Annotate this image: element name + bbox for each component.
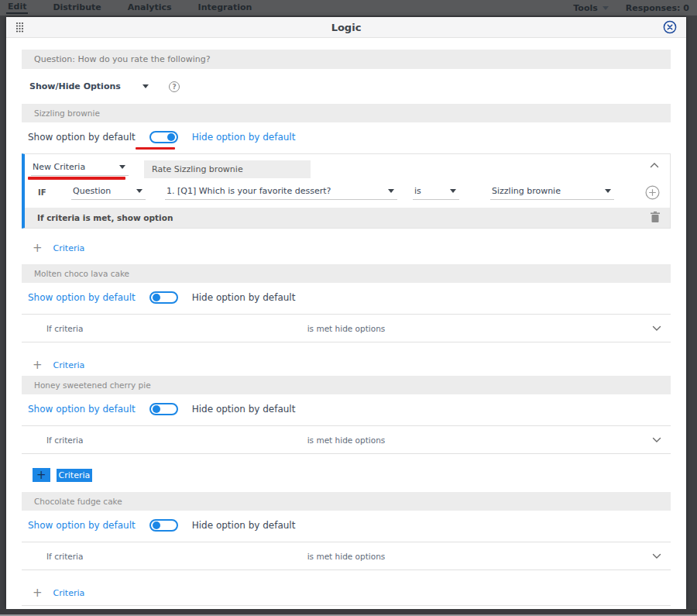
show-option-label[interactable]: Show option by default (28, 404, 136, 415)
modal-body: Question: How do you rate the following?… (6, 38, 686, 616)
add-criteria-label: Criteria (53, 588, 85, 598)
toggle-row: Show option by default Hide option by de… (28, 401, 671, 418)
toggle-row: Show option by default Hide option by de… (28, 129, 671, 146)
chevron-down-icon (119, 165, 125, 169)
responses-count: Responses: 0 (626, 3, 689, 13)
logic-type-dropdown[interactable]: Show/Hide Options (28, 80, 152, 95)
add-criteria-button-highlighted[interactable]: + Criteria (33, 468, 671, 482)
chevron-down-icon (603, 6, 609, 10)
show-hide-toggle[interactable] (149, 519, 178, 532)
annotation-underline (28, 177, 125, 180)
modal-header: Logic (6, 17, 686, 38)
show-hide-toggle[interactable] (149, 131, 178, 143)
criteria-result-text: If criteria is met, show option (37, 213, 173, 222)
criteria-type-dropdown[interactable]: New Criteria (31, 160, 129, 176)
screen: Edit Distribute Analytics Integration To… (0, 0, 697, 616)
criteria-editor-card: New Criteria Rate Sizzling brownie IF Qu… (22, 153, 671, 229)
hide-option-label[interactable]: Hide option by default (192, 132, 296, 143)
chevron-down-icon[interactable] (652, 553, 661, 559)
criteria-name-row: New Criteria Rate Sizzling brownie (25, 154, 670, 180)
if-label: IF (38, 188, 52, 197)
toggle-row: Show option by default Hide option by de… (28, 289, 671, 306)
show-option-label[interactable]: Show option by default (28, 520, 136, 531)
condition-row: IF Question 1. [Q1] Which is your favori… (25, 180, 670, 208)
question-value: 1. [Q1] Which is your favorite dessert? (167, 186, 331, 196)
add-criteria-label: Criteria (53, 360, 85, 370)
tab-analytics[interactable]: Analytics (126, 2, 173, 13)
collapsed-criteria-row: If criteria is met hide options (22, 542, 671, 570)
criteria-name-input[interactable]: Rate Sizzling brownie (144, 160, 311, 178)
collapsed-criteria-row: If criteria is met hide options (22, 314, 671, 342)
section-header: Honey sweetened cherry pie (22, 376, 671, 394)
chevron-down-icon (450, 189, 456, 193)
hide-option-label[interactable]: Hide option by default (192, 404, 296, 415)
tools-menu[interactable]: Tools (573, 3, 608, 13)
chevron-down-icon[interactable] (652, 437, 661, 443)
field-dropdown[interactable]: Question (71, 184, 146, 200)
tab-edit[interactable]: Edit (6, 2, 28, 14)
trash-icon[interactable] (651, 212, 660, 223)
collapsed-mid-text: is met hide options (22, 324, 671, 333)
add-criteria-label: Criteria (53, 243, 85, 253)
add-condition-icon[interactable] (645, 185, 660, 200)
toggle-knob (153, 405, 160, 413)
chevron-down-icon (388, 189, 394, 193)
background-page-edge (0, 609, 697, 616)
question-dropdown[interactable]: 1. [Q1] Which is your favorite dessert? (165, 184, 397, 200)
logic-modal: Logic Question: How do you rate the foll… (6, 17, 686, 609)
criteria-result-bar: If criteria is met, show option (25, 208, 670, 228)
collapsed-mid-text: is met hide options (22, 552, 671, 561)
operator-dropdown[interactable]: is (413, 184, 459, 200)
close-icon[interactable] (663, 20, 677, 34)
plus-icon: + (33, 241, 43, 255)
tab-integration[interactable]: Integration (197, 2, 254, 13)
plus-icon: + (33, 586, 43, 600)
show-option-label[interactable]: Show option by default (28, 292, 136, 303)
plus-icon: + (33, 358, 43, 372)
add-criteria-button[interactable]: + Criteria (33, 241, 671, 255)
plus-icon: + (33, 468, 50, 482)
tab-distribute[interactable]: Distribute (51, 2, 102, 13)
chevron-down-icon[interactable] (652, 325, 661, 332)
logic-type-row: Show/Hide Options ? (28, 79, 671, 95)
answer-value: Sizzling brownie (492, 186, 561, 196)
chevron-up-icon[interactable] (650, 162, 659, 168)
operator-value: is (414, 186, 421, 196)
logic-type-value: Show/Hide Options (29, 81, 121, 91)
answer-value-dropdown[interactable]: Sizzling brownie (490, 184, 614, 200)
hide-option-label[interactable]: Hide option by default (192, 520, 296, 531)
tools-label: Tools (573, 3, 597, 13)
show-hide-toggle[interactable] (149, 291, 178, 304)
add-criteria-label: Criteria (57, 469, 93, 482)
add-criteria-button[interactable]: + Criteria (33, 358, 671, 372)
hide-option-label[interactable]: Hide option by default (192, 292, 296, 303)
annotation-underline (136, 147, 175, 150)
chevron-down-icon (142, 84, 149, 88)
toggle-knob (167, 133, 175, 141)
show-hide-toggle[interactable] (149, 403, 178, 415)
toggle-row: Show option by default Hide option by de… (28, 517, 671, 534)
section-header: Sizzling brownie (22, 104, 671, 122)
collapsed-criteria-row: If criteria is met hide options (22, 425, 671, 454)
top-nav-bar: Edit Distribute Analytics Integration To… (0, 0, 697, 15)
help-icon[interactable]: ? (169, 81, 180, 92)
add-criteria-button[interactable]: + Criteria (33, 586, 671, 600)
section-header: Chocolate fudge cake (22, 492, 671, 511)
toggle-knob (153, 521, 160, 529)
field-value: Question (73, 186, 111, 196)
modal-title: Logic (6, 22, 686, 33)
question-label-bar: Question: How do you rate the following? (22, 50, 671, 69)
collapsed-mid-text: is met hide options (22, 435, 671, 445)
chevron-down-icon (605, 189, 611, 193)
toggle-knob (153, 294, 160, 301)
criteria-type-value: New Criteria (33, 162, 85, 172)
section-header: Molten choco lava cake (22, 264, 671, 283)
show-option-label[interactable]: Show option by default (28, 132, 136, 143)
chevron-down-icon (136, 189, 142, 193)
